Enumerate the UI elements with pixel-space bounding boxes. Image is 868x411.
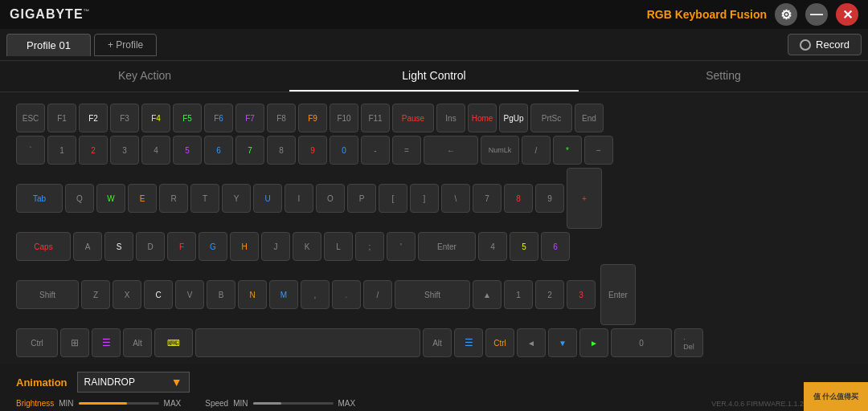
key-comma[interactable]: , — [301, 280, 330, 309]
key-m[interactable]: M — [269, 280, 298, 309]
speed-slider[interactable] — [253, 402, 334, 405]
key-v[interactable]: V — [175, 280, 204, 309]
key-down[interactable]: ▼ — [548, 328, 577, 357]
key-menu-left[interactable]: ☰ — [92, 328, 121, 357]
key-k[interactable]: K — [293, 232, 321, 261]
key-num-plus[interactable]: + — [567, 168, 602, 229]
key-f9[interactable]: F9 — [298, 104, 327, 132]
brightness-slider[interactable] — [79, 402, 159, 405]
key-fwdslash[interactable]: / — [363, 280, 392, 309]
key-backslash[interactable]: \ — [441, 184, 470, 213]
key-enter[interactable]: Enter — [418, 232, 476, 261]
key-e[interactable]: E — [128, 184, 157, 213]
key-c[interactable]: C — [144, 280, 173, 309]
key-q[interactable]: Q — [65, 184, 94, 213]
key-i[interactable]: I — [285, 184, 313, 213]
key-a[interactable]: A — [73, 232, 102, 261]
tab-light-control[interactable]: Light Control — [289, 61, 579, 92]
key-alt-left[interactable]: Alt — [123, 328, 152, 357]
close-button[interactable]: ✕ — [836, 3, 858, 26]
key-f2[interactable]: F2 — [79, 104, 108, 132]
key-5[interactable]: 5 — [173, 136, 202, 165]
key-x[interactable]: X — [113, 280, 141, 309]
key-menu-right[interactable]: ☰ — [454, 328, 483, 357]
key-g[interactable]: G — [199, 232, 227, 261]
key-l[interactable]: L — [324, 232, 353, 261]
key-h[interactable]: H — [230, 232, 259, 261]
key-ins[interactable]: Ins — [436, 104, 465, 132]
key-end[interactable]: End — [575, 104, 604, 132]
key-num7[interactable]: 7 — [473, 184, 502, 213]
key-s[interactable]: S — [104, 232, 133, 261]
key-num-star[interactable]: * — [553, 136, 582, 165]
key-lbracket[interactable]: [ — [379, 184, 407, 213]
key-f11[interactable]: F11 — [361, 104, 390, 132]
key-num8[interactable]: 8 — [504, 184, 533, 213]
key-semicolon[interactable]: ; — [355, 232, 384, 261]
key-tab[interactable]: Tab — [16, 184, 63, 213]
key-num-minus[interactable]: − — [584, 136, 613, 165]
key-caps[interactable]: Caps — [16, 232, 71, 261]
key-num5[interactable]: 5 — [510, 232, 538, 261]
key-num3[interactable]: 3 — [567, 280, 596, 309]
key-b[interactable]: B — [207, 280, 235, 309]
key-backtick[interactable]: ` — [16, 136, 45, 165]
key-num2[interactable]: 2 — [535, 280, 564, 309]
key-light-icon[interactable]: ⌨ — [154, 328, 193, 357]
key-7[interactable]: 7 — [235, 136, 264, 165]
key-pause[interactable]: Pause — [392, 104, 434, 132]
key-pgup[interactable]: PgUp — [499, 104, 528, 132]
key-quote[interactable]: ' — [387, 232, 416, 261]
key-f8[interactable]: F8 — [267, 104, 296, 132]
key-3[interactable]: 3 — [110, 136, 139, 165]
key-num-enter[interactable]: Enter — [600, 264, 636, 325]
key-rbracket[interactable]: ] — [410, 184, 439, 213]
key-home[interactable]: Home — [468, 104, 497, 132]
key-9[interactable]: 9 — [298, 136, 327, 165]
key-space[interactable] — [195, 328, 420, 357]
key-up[interactable]: ▲ — [473, 280, 502, 309]
add-profile-tab[interactable]: + Profile — [94, 34, 157, 56]
key-left[interactable]: ◄ — [517, 328, 546, 357]
key-prtsc[interactable]: PrtSc — [530, 104, 572, 132]
key-1[interactable]: 1 — [47, 136, 76, 165]
key-4[interactable]: 4 — [141, 136, 170, 165]
key-num4[interactable]: 4 — [478, 232, 507, 261]
key-numlock[interactable]: NumLk — [481, 136, 519, 165]
key-ctrl-left[interactable]: Ctrl — [16, 328, 58, 357]
key-f5[interactable]: F5 — [173, 104, 202, 132]
key-num6[interactable]: 6 — [541, 232, 570, 261]
gear-button[interactable]: ⚙ — [775, 3, 797, 26]
key-w[interactable]: W — [96, 184, 125, 213]
key-f7[interactable]: F7 — [235, 104, 264, 132]
key-num0[interactable]: 0 — [611, 328, 672, 357]
key-alt-right[interactable]: Alt — [423, 328, 452, 357]
key-period[interactable]: . — [332, 280, 361, 309]
key-num-slash[interactable]: / — [522, 136, 551, 165]
key-f6[interactable]: F6 — [204, 104, 233, 132]
key-f1[interactable]: F1 — [47, 104, 76, 132]
key-shift-right[interactable]: Shift — [395, 280, 470, 309]
key-f3[interactable]: F3 — [110, 104, 139, 132]
key-6[interactable]: 6 — [204, 136, 233, 165]
tab-key-action[interactable]: Key Action — [0, 61, 289, 92]
key-right[interactable]: ► — [579, 328, 608, 357]
key-p[interactable]: P — [347, 184, 376, 213]
key-ctrl-right[interactable]: Ctrl — [485, 328, 514, 357]
record-button[interactable]: Record — [788, 34, 862, 55]
key-j[interactable]: J — [261, 232, 290, 261]
key-z[interactable]: Z — [81, 280, 110, 309]
profile-tab[interactable]: Profile 01 — [6, 34, 91, 56]
key-num-del[interactable]: ·Del — [674, 328, 703, 357]
minimize-button[interactable]: — — [805, 3, 828, 26]
key-8[interactable]: 8 — [267, 136, 296, 165]
key-num1[interactable]: 1 — [504, 280, 533, 309]
animation-select[interactable]: RAINDROP ▼ — [77, 372, 190, 393]
key-f10[interactable]: F10 — [330, 104, 358, 132]
key-shift-left[interactable]: Shift — [16, 280, 79, 309]
key-d[interactable]: D — [136, 232, 165, 261]
tab-setting[interactable]: Setting — [579, 61, 868, 92]
key-t[interactable]: T — [190, 184, 219, 213]
key-minus[interactable]: - — [361, 136, 390, 165]
key-r[interactable]: R — [159, 184, 188, 213]
